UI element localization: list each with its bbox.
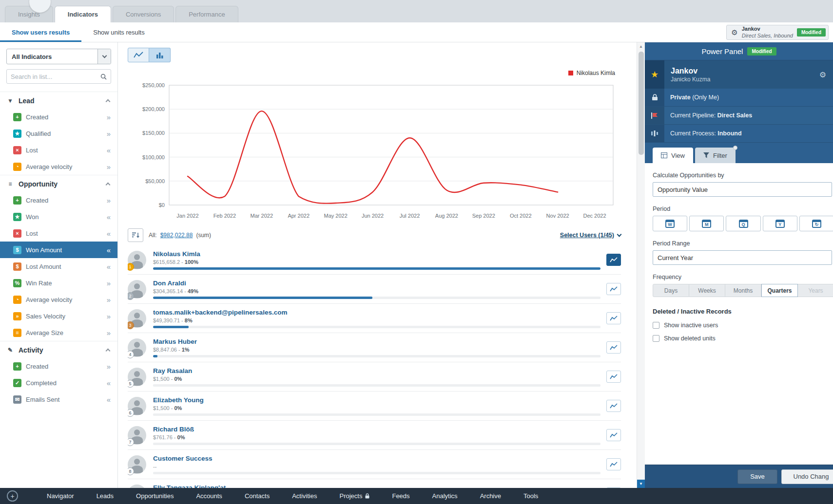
star-icon[interactable]: ★ <box>645 60 664 89</box>
section-header-opportunity[interactable]: ≡Opportunity <box>0 175 117 192</box>
user-row[interactable]: 5Ray Rasalan$1,500 - 0% <box>128 362 621 392</box>
calc-opportunities-select[interactable]: Opportunity Value <box>653 182 832 197</box>
checkbox[interactable] <box>653 335 659 342</box>
select-users-link[interactable]: Select Users (1/45) <box>560 232 621 239</box>
user-chart-toggle[interactable] <box>606 254 621 266</box>
double-chevron-left-icon[interactable]: « <box>107 262 111 271</box>
total-amount-link[interactable]: $982,022.88 <box>160 232 193 239</box>
frequency-weeks[interactable]: Weeks <box>689 284 725 297</box>
sidebar-item-opportunity-created[interactable]: +Created» <box>0 192 117 208</box>
double-chevron-left-icon[interactable]: « <box>107 213 111 221</box>
sub-tab-show-users-results[interactable]: Show users results <box>0 22 81 42</box>
scroll-up-button[interactable]: ▲ <box>637 42 645 51</box>
double-chevron-right-icon[interactable]: » <box>107 113 111 121</box>
double-chevron-right-icon[interactable]: » <box>107 329 111 337</box>
search-input[interactable] <box>11 73 100 80</box>
double-chevron-right-icon[interactable]: » <box>107 362 111 371</box>
chevron-down-icon[interactable] <box>97 49 111 64</box>
double-chevron-right-icon[interactable]: » <box>107 163 111 171</box>
double-chevron-right-icon[interactable]: » <box>107 279 111 287</box>
period-range-input[interactable]: Current Year <box>653 250 832 265</box>
sidebar-item-activity-emails-sent[interactable]: ✉Emails Sent« <box>0 391 117 408</box>
sidebar-item-opportunity-average-size[interactable]: ≡Average Size» <box>0 324 117 341</box>
double-chevron-right-icon[interactable]: » <box>107 130 111 138</box>
period-week-button[interactable]: W <box>653 216 687 231</box>
top-tab-indicators[interactable]: Indicators <box>55 6 111 22</box>
period-year-button[interactable]: Y <box>763 216 797 231</box>
user-chart-toggle[interactable] <box>606 400 621 412</box>
nav-opportunities[interactable]: Opportunities <box>125 488 185 504</box>
period-quarter-button[interactable]: Q <box>726 216 760 231</box>
nav-accounts[interactable]: Accounts <box>185 488 233 504</box>
user-row[interactable]: 3tomas.malik+backend@pipelinersales.com$… <box>128 304 621 333</box>
nav-archive[interactable]: Archive <box>469 488 512 504</box>
double-chevron-right-icon[interactable]: » <box>107 296 111 304</box>
user-name[interactable]: Nikolaus Kimla <box>153 250 601 258</box>
checkbox-row-show-inactive-users[interactable]: Show inactive users <box>653 318 833 332</box>
gear-icon[interactable]: ⚙ <box>819 70 833 79</box>
user-chart-toggle[interactable] <box>606 429 621 441</box>
user-chart-toggle[interactable] <box>606 371 621 383</box>
user-name[interactable]: tomas.malik+backend@pipelinersales.com <box>153 309 601 316</box>
user-name[interactable]: Ray Rasalan <box>153 367 601 374</box>
panel-tab-filter[interactable]: Filter <box>695 148 736 163</box>
profile-settings-chip[interactable]: ⚙ Jankov Direct Sales, Inbound Modified <box>726 25 829 40</box>
sidebar-item-opportunity-lost-amount[interactable]: $Lost Amount« <box>0 258 117 275</box>
checkbox-row-show-deleted-units[interactable]: Show deleted units <box>653 332 833 345</box>
frequency-months[interactable]: Months <box>725 284 761 297</box>
nav-activities[interactable]: Activities <box>281 488 328 504</box>
add-button[interactable]: + <box>7 490 18 502</box>
sidebar-item-opportunity-win-rate[interactable]: %Win Rate» <box>0 275 117 291</box>
panel-tab-view[interactable]: View <box>653 148 693 163</box>
period-month-button[interactable]: M <box>689 216 724 231</box>
checkbox[interactable] <box>653 322 659 329</box>
user-name[interactable]: Customer Success <box>153 455 601 462</box>
indicators-dropdown[interactable]: All Indicators <box>6 49 111 64</box>
top-tab-performance[interactable]: Performance <box>175 6 238 22</box>
scrollbar-thumb[interactable] <box>639 52 644 155</box>
nav-leads[interactable]: Leads <box>85 488 125 504</box>
user-name[interactable]: Elizabeth Young <box>153 396 601 404</box>
undo-changes-button[interactable]: Undo Chang <box>781 469 833 484</box>
user-row[interactable]: 1Nikolaus Kimla$615,658.2 - 100% <box>128 245 621 275</box>
nav-analytics[interactable]: Analytics <box>421 488 469 504</box>
scroll-down-button[interactable]: ▼ <box>637 480 645 488</box>
sidebar-item-activity-created[interactable]: +Created» <box>0 358 117 374</box>
user-chart-toggle[interactable] <box>606 458 621 470</box>
frequency-years[interactable]: Years <box>798 284 833 297</box>
user-chart-toggle[interactable] <box>606 312 621 324</box>
sidebar-item-lead-average-velocity[interactable]: ◔Average velocity» <box>0 158 117 175</box>
sidebar-item-opportunity-lost[interactable]: ×Lost« <box>0 225 117 242</box>
save-button[interactable]: Save <box>737 469 777 484</box>
sidebar-item-lead-created[interactable]: +Created» <box>0 109 117 125</box>
sidebar-item-opportunity-won-amount[interactable]: $Won Amount« <box>0 242 117 258</box>
double-chevron-left-icon[interactable]: « <box>107 229 111 238</box>
sort-button[interactable] <box>128 228 143 242</box>
sidebar-item-lead-qualified[interactable]: ★Qualified» <box>0 125 117 142</box>
user-row[interactable]: 6Elizabeth Young$1,500 - 0% <box>128 392 621 421</box>
section-header-activity[interactable]: ✎Activity <box>0 341 117 358</box>
line-chart-toggle[interactable] <box>128 48 149 62</box>
user-name[interactable]: Elly Tangaza Kiplang'at <box>153 484 601 488</box>
sub-tab-show-units-results[interactable]: Show units results <box>81 22 156 42</box>
user-chart-toggle[interactable] <box>606 283 621 295</box>
user-name[interactable]: Don Araldi <box>153 280 601 287</box>
user-row[interactable]: 2Don Araldi$304,365.14 - 49% <box>128 275 621 304</box>
user-row[interactable]: 8Customer Success-- <box>128 450 621 479</box>
double-chevron-right-icon[interactable]: » <box>107 196 111 205</box>
user-chart-toggle[interactable] <box>606 341 621 354</box>
top-tab-conversions[interactable]: Conversions <box>113 6 174 22</box>
nav-projects[interactable]: Projects <box>328 488 381 504</box>
user-name[interactable]: Richard Blöß <box>153 426 601 433</box>
double-chevron-left-icon[interactable]: « <box>107 246 111 254</box>
user-name[interactable]: Markus Huber <box>153 338 601 345</box>
frequency-days[interactable]: Days <box>653 284 689 297</box>
double-chevron-left-icon[interactable]: « <box>107 146 111 154</box>
sidebar-item-lead-lost[interactable]: ×Lost« <box>0 142 117 158</box>
sidebar-item-activity-completed[interactable]: ✓Completed« <box>0 374 117 391</box>
user-row[interactable]: 4Markus Huber$8,847.06 - 1% <box>128 333 621 362</box>
sidebar-item-opportunity-sales-velocity[interactable]: »Sales Velocity» <box>0 308 117 324</box>
double-chevron-right-icon[interactable]: » <box>107 312 111 320</box>
user-row[interactable]: 7Richard Blöß$761.76 - 0% <box>128 421 621 450</box>
period-rolling-button[interactable]: ↻ <box>799 216 833 231</box>
